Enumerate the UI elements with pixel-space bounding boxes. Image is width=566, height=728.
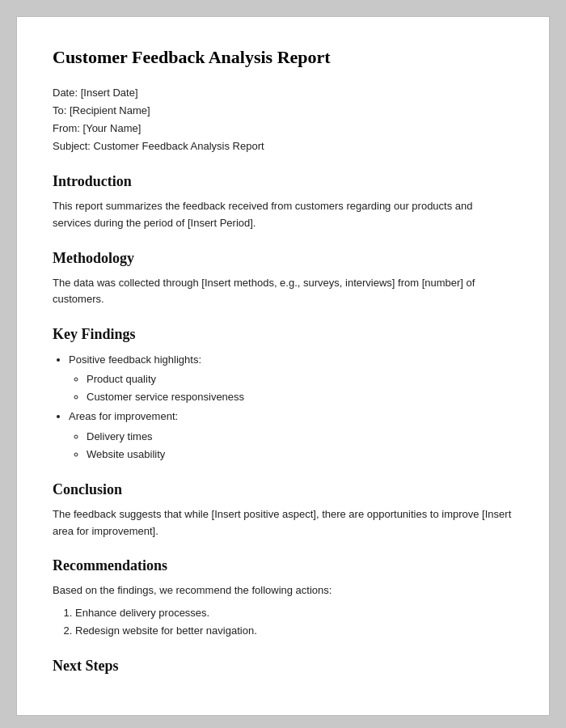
list-item: Product quality — [87, 370, 513, 388]
recommendations-intro: Based on the findings, we recommend the … — [53, 582, 513, 599]
positive-label: Positive feedback highlights: — [69, 353, 201, 366]
key-findings-list: Positive feedback highlights: Product qu… — [53, 351, 513, 463]
meta-subject: Subject: Customer Feedback Analysis Repo… — [53, 138, 513, 155]
recommendations-heading: Recommendations — [53, 557, 513, 574]
improvement-label: Areas for improvement: — [69, 410, 178, 422]
meta-date: Date: [Insert Date] — [53, 84, 513, 102]
document-page: Customer Feedback Analysis Report Date: … — [16, 16, 550, 716]
recommendations-list: Enhance delivery processes. Redesign web… — [53, 604, 513, 640]
list-item: Customer service responsiveness — [87, 388, 513, 406]
meta-from: From: [Your Name] — [53, 120, 513, 138]
list-item: Positive feedback highlights: Product qu… — [69, 351, 513, 406]
list-item: Enhance delivery processes. — [75, 604, 513, 622]
conclusion-body: The feedback suggests that while [Insert… — [53, 506, 513, 540]
introduction-heading: Introduction — [53, 173, 513, 190]
meta-to: To: [Recipient Name] — [53, 102, 513, 120]
list-item: Redesign website for better navigation. — [75, 622, 513, 640]
next-steps-heading: Next Steps — [53, 658, 513, 675]
methodology-heading: Methodology — [53, 250, 513, 267]
meta-block: Date: [Insert Date] To: [Recipient Name]… — [53, 84, 513, 155]
list-item: Website usability — [87, 446, 513, 463]
conclusion-heading: Conclusion — [53, 481, 513, 498]
introduction-body: This report summarizes the feedback rece… — [53, 198, 513, 232]
list-item: Areas for improvement: Delivery times We… — [69, 408, 513, 463]
positive-sub-list: Product quality Customer service respons… — [69, 370, 513, 406]
improvement-sub-list: Delivery times Website usability — [69, 428, 513, 463]
list-item: Delivery times — [87, 428, 513, 446]
key-findings-heading: Key Findings — [53, 326, 513, 343]
methodology-body: The data was collected through [Insert m… — [53, 275, 513, 309]
report-title: Customer Feedback Analysis Report — [53, 46, 513, 70]
